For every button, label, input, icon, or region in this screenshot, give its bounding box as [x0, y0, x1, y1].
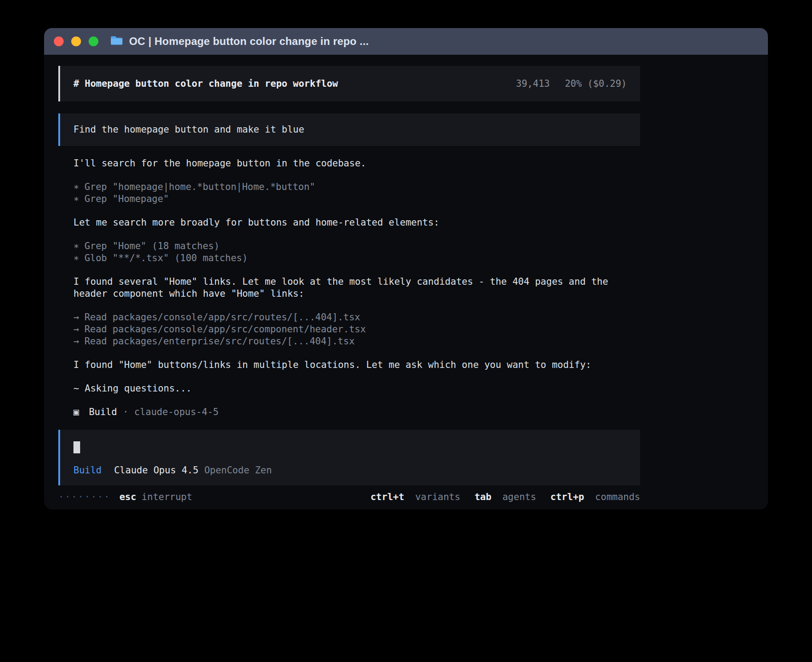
tool-call-read: →Read packages/console/app/src/routes/[.… — [73, 311, 640, 323]
arrow-right-icon: → — [73, 324, 79, 335]
arrow-right-icon: → — [73, 336, 79, 347]
user-message-text: Find the homepage button and make it blu… — [73, 124, 304, 136]
assistant-text-4: I found "Home" buttons/links in multiple… — [73, 359, 617, 371]
assistant-text-3: I found several "Home" links. Let me loo… — [73, 276, 617, 300]
folder-icon — [110, 35, 123, 48]
asterisk-icon: ∗ — [73, 194, 79, 204]
session-title: # Homepage button color change in repo w… — [73, 78, 338, 90]
shortcut-agents: tab agents — [475, 492, 536, 502]
shortcut-commands: ctrl+p commands — [550, 492, 640, 502]
tool-call-read: →Read packages/console/app/src/component… — [73, 323, 640, 335]
session-header: # Homepage button color change in repo w… — [58, 66, 640, 101]
tool-call-glob: ∗Glob "**/*.tsx" (100 matches) — [73, 252, 640, 264]
tool-call-group-3: →Read packages/console/app/src/routes/[.… — [73, 311, 640, 347]
window-title-group: OC | Homepage button color change in rep… — [110, 35, 369, 48]
tool-call-group-2: ∗Grep "Home" (18 matches) ∗Glob "**/*.ts… — [73, 240, 640, 264]
tool-call-grep: ∗Grep "Home" (18 matches) — [73, 240, 640, 252]
token-count: 39,413 — [516, 78, 550, 90]
tool-call-grep: ∗Grep "Homepage" — [73, 193, 640, 205]
session-stats: 39,413 20% ($0.29) — [516, 78, 627, 90]
titlebar[interactable]: OC | Homepage button color change in rep… — [44, 28, 768, 55]
minimize-window-button[interactable] — [71, 36, 81, 46]
text-cursor — [73, 441, 80, 453]
tool-call-read: →Read packages/enterprise/src/routes/[..… — [73, 335, 640, 347]
agent-square-icon: ▣ — [73, 406, 79, 418]
esc-key-hint: esc — [119, 492, 136, 502]
agent-mode-label[interactable]: Build — [73, 464, 102, 476]
dot-separator: · — [123, 406, 129, 418]
user-message: Find the homepage button and make it blu… — [58, 113, 640, 146]
arrow-right-icon: → — [73, 312, 79, 323]
prompt-input[interactable]: Build Claude Opus 4.5 OpenCode Zen — [58, 430, 640, 485]
shortcut-variants: ctrl+t variants — [370, 492, 460, 502]
asterisk-icon: ∗ — [73, 182, 79, 192]
window-title: OC | Homepage button color change in rep… — [129, 35, 369, 48]
window-controls — [54, 36, 98, 46]
desktop-background: OC | Homepage button color change in rep… — [0, 0, 812, 662]
assistant-text-2: Let me search more broadly for buttons a… — [73, 217, 617, 229]
working-status-text: ~ Asking questions... — [73, 383, 617, 395]
agent-name: Build — [89, 406, 117, 418]
status-bar-right: ctrl+t variants tab agents ctrl+p comman… — [356, 492, 640, 502]
terminal-window: OC | Homepage button color change in rep… — [44, 28, 768, 509]
asterisk-icon: ∗ — [73, 241, 79, 251]
status-bar-left: ········ esc interrupt — [58, 492, 192, 502]
context-cost: 20% ($0.29) — [565, 78, 627, 90]
close-window-button[interactable] — [54, 36, 64, 46]
asterisk-icon: ∗ — [73, 253, 79, 263]
status-bar: ········ esc interrupt ctrl+t variants t… — [58, 492, 640, 502]
input-meta-row: Build Claude Opus 4.5 OpenCode Zen — [73, 464, 627, 476]
zoom-window-button[interactable] — [89, 36, 98, 46]
model-name[interactable]: Claude Opus 4.5 — [114, 464, 199, 476]
assistant-text-1: I'll search for the homepage button in t… — [73, 157, 617, 170]
tool-call-grep: ∗Grep "homepage|home.*button|Home.*butto… — [73, 181, 640, 193]
spinner-dots: ········ — [58, 492, 110, 502]
agent-status-line: ▣ Build · claude-opus-4-5 — [73, 406, 640, 418]
agent-model: claude-opus-4-5 — [134, 406, 219, 418]
interrupt-label: interrupt — [142, 492, 192, 502]
terminal-content: # Homepage button color change in repo w… — [58, 55, 640, 485]
provider-name: OpenCode Zen — [204, 464, 272, 476]
tool-call-group-1: ∗Grep "homepage|home.*button|Home.*butto… — [73, 181, 640, 205]
